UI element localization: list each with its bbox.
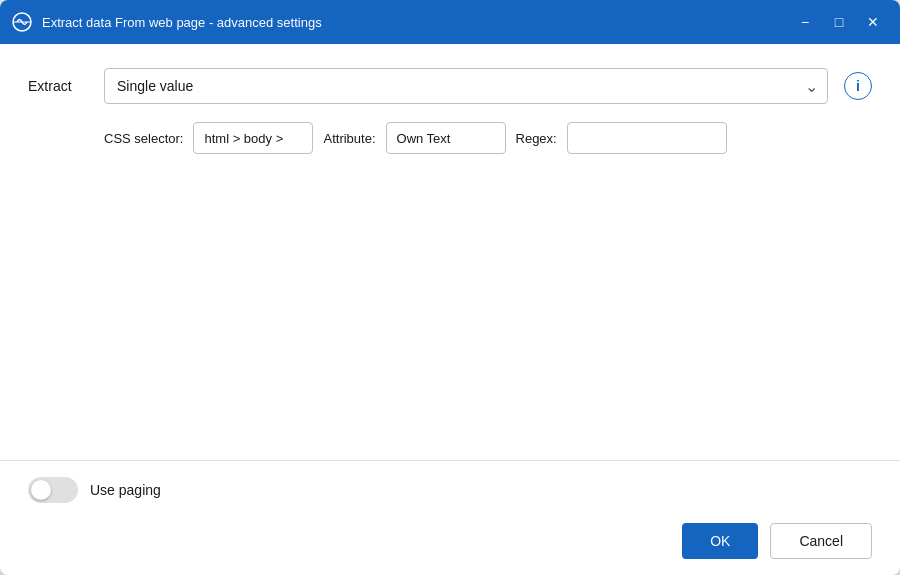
css-selector-input[interactable]: [193, 122, 313, 154]
minimize-button[interactable]: −: [790, 8, 820, 36]
css-selector-row: CSS selector: Attribute: Regex:: [28, 122, 872, 154]
dialog-title: Extract data From web page - advanced se…: [42, 15, 780, 30]
regex-label: Regex:: [516, 131, 557, 146]
css-selector-label: CSS selector:: [104, 131, 183, 146]
regex-input[interactable]: [567, 122, 727, 154]
cancel-button[interactable]: Cancel: [770, 523, 872, 559]
info-button[interactable]: i: [844, 72, 872, 100]
paging-label: Use paging: [90, 482, 161, 498]
ok-button[interactable]: OK: [682, 523, 758, 559]
extract-row: Extract Single value Multiple values Tab…: [28, 68, 872, 104]
use-paging-toggle[interactable]: [28, 477, 78, 503]
close-button[interactable]: ✕: [858, 8, 888, 36]
title-bar: Extract data From web page - advanced se…: [0, 0, 900, 44]
form-section: Extract Single value Multiple values Tab…: [28, 68, 872, 154]
extract-select-wrapper: Single value Multiple values Table ⌄: [104, 68, 828, 104]
extract-select[interactable]: Single value Multiple values Table: [104, 68, 828, 104]
toggle-knob: [31, 480, 51, 500]
info-icon: i: [856, 78, 860, 94]
dialog-window: Extract data From web page - advanced se…: [0, 0, 900, 575]
dialog-content: Extract Single value Multiple values Tab…: [0, 44, 900, 460]
extract-label: Extract: [28, 78, 88, 94]
app-icon: [12, 12, 32, 32]
bottom-section: Use paging OK Cancel: [0, 460, 900, 575]
attribute-input[interactable]: [386, 122, 506, 154]
maximize-button[interactable]: □: [824, 8, 854, 36]
paging-row: Use paging: [28, 477, 872, 503]
window-controls: − □ ✕: [790, 8, 888, 36]
attribute-label: Attribute:: [323, 131, 375, 146]
button-row: OK Cancel: [28, 523, 872, 559]
